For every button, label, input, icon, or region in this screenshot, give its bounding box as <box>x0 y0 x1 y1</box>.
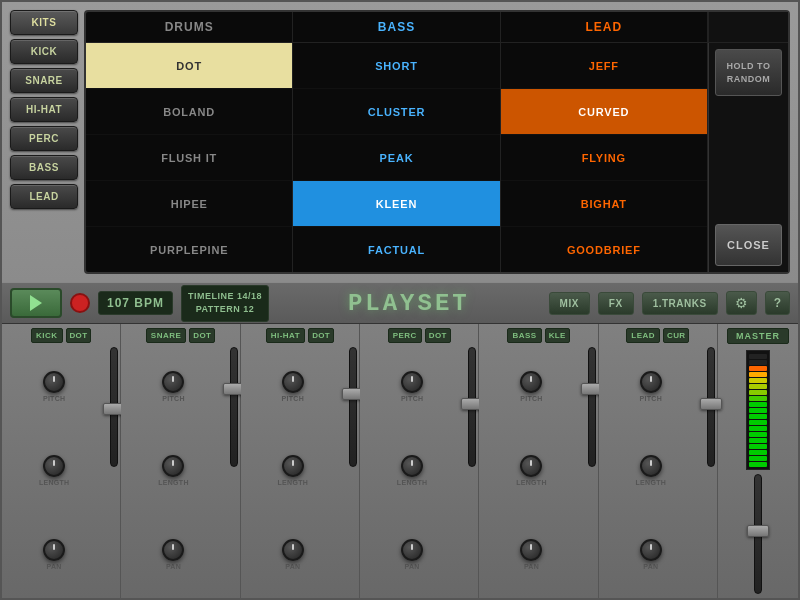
knob-pitch-2[interactable] <box>282 371 304 393</box>
knob-pan-2[interactable] <box>282 539 304 561</box>
knob-pan-1[interactable] <box>162 539 184 561</box>
channel-strip-kick: KICKDOTPITCHLENGTHPAN <box>2 324 121 598</box>
vu-bar-15 <box>749 372 767 377</box>
fader-area-5: PITCHLENGTHPAN <box>601 347 715 594</box>
master-fader-thumb[interactable] <box>747 525 769 537</box>
channel-strip-bass: BASSKLEPITCHLENGTHPAN <box>479 324 598 598</box>
knob-label-pan-1: PAN <box>166 563 181 570</box>
vu-meter <box>746 350 770 470</box>
sidebar-btn-kick[interactable]: KICK <box>10 39 78 64</box>
knob-label-pan-4: PAN <box>524 563 539 570</box>
preset-item-boland[interactable]: BOLAND <box>86 89 292 135</box>
sidebar-btn-kits[interactable]: KITS <box>10 10 78 35</box>
preset-item-jeff[interactable]: JEFF <box>501 43 707 89</box>
knob-length-2[interactable] <box>282 455 304 477</box>
timeline-text: TIMELINE 14/18 <box>188 290 262 304</box>
channel-preset-4: KLE <box>545 328 570 343</box>
knob-label-length-4: LENGTH <box>516 479 547 486</box>
help-button[interactable]: ? <box>765 291 790 315</box>
preset-item-hipee[interactable]: HIPEE <box>86 181 292 227</box>
timeline-display: TIMELINE 14/18 PATTERN 12 <box>181 285 269 322</box>
channel-strip-lead: LEADCURPITCHLENGTHPAN <box>599 324 718 598</box>
channel-header-3: PERCDOT <box>388 328 451 343</box>
master-fader-area <box>754 474 762 594</box>
knob-col-2: PITCHLENGTHPAN <box>243 347 343 594</box>
knob-length-4[interactable] <box>520 455 542 477</box>
preset-item-bighat[interactable]: BIGHAT <box>501 181 707 227</box>
channel-preset-1: DOT <box>189 328 215 343</box>
record-button[interactable] <box>70 293 90 313</box>
sidebar-btn-snare[interactable]: SNARE <box>10 68 78 93</box>
fader-track-5 <box>707 347 715 467</box>
preset-item-peak[interactable]: PEAK <box>293 135 499 181</box>
knob-pitch-5[interactable] <box>640 371 662 393</box>
preset-header: DRUMS BASS LEAD <box>86 12 788 43</box>
knob-length-5[interactable] <box>640 455 662 477</box>
preset-item-flushit[interactable]: FLUSH IT <box>86 135 292 181</box>
knob-pitch-3[interactable] <box>401 371 423 393</box>
preset-item-dot[interactable]: DOT <box>86 43 292 89</box>
channel-label-4: BASS <box>507 328 541 343</box>
channel-header-2: HI-HATDOT <box>266 328 334 343</box>
vu-bar-17 <box>749 360 767 365</box>
right-panel-spacer <box>708 12 788 42</box>
vu-bar-14 <box>749 378 767 383</box>
fx-button[interactable]: FX <box>598 292 634 315</box>
col-header-lead: LEAD <box>501 12 708 42</box>
channel-label-1: SNARE <box>146 328 187 343</box>
preset-item-purplepine[interactable]: PURPLEPINE <box>86 227 292 272</box>
pattern-text: PATTERN 12 <box>188 303 262 317</box>
close-button[interactable]: CLOSE <box>715 224 782 266</box>
fader-thumb-5[interactable] <box>700 398 722 410</box>
transport-bar: 107 BPM TIMELINE 14/18 PATTERN 12 PLAYSE… <box>2 282 798 324</box>
sidebar-btn-perc[interactable]: PERC <box>10 126 78 151</box>
vu-bar-11 <box>749 396 767 401</box>
knob-pitch-0[interactable] <box>43 371 65 393</box>
channel-preset-5: CUR <box>663 328 689 343</box>
channel-strip-snare: SNAREDOTPITCHLENGTHPAN <box>121 324 240 598</box>
hold-random-button[interactable]: HOLD TORANDOM <box>715 49 782 96</box>
preset-panel: DRUMS BASS LEAD DOT BOLAND FLUSH IT HIPE… <box>84 10 790 274</box>
knob-label-pitch-0: PITCH <box>43 395 66 402</box>
preset-item-kleen[interactable]: KLEEN <box>293 181 499 227</box>
preset-item-short[interactable]: SHORT <box>293 43 499 89</box>
channel-label-0: KICK <box>31 328 63 343</box>
preset-item-curved[interactable]: CURVED <box>501 89 707 135</box>
channel-strip-perc: PERCDOTPITCHLENGTHPAN <box>360 324 479 598</box>
play-button[interactable] <box>10 288 62 318</box>
knob-pitch-4[interactable] <box>520 371 542 393</box>
mix-button[interactable]: MIX <box>549 292 590 315</box>
preset-item-cluster[interactable]: CLUSTER <box>293 89 499 135</box>
knob-pan-0[interactable] <box>43 539 65 561</box>
vu-bar-1 <box>749 456 767 461</box>
preset-item-flying[interactable]: FLYING <box>501 135 707 181</box>
knob-label-pitch-3: PITCH <box>401 395 424 402</box>
sidebar-btn-lead[interactable]: LEAD <box>10 184 78 209</box>
channel-header-0: KICKDOT <box>31 328 91 343</box>
bpm-display[interactable]: 107 BPM <box>98 291 173 315</box>
knob-label-length-2: LENGTH <box>278 479 309 486</box>
knob-pan-3[interactable] <box>401 539 423 561</box>
tracks-button[interactable]: 1.TRANKS <box>642 292 718 315</box>
knob-length-1[interactable] <box>162 455 184 477</box>
app-container: KITS KICK SNARE HI-HAT PERC BASS LEAD DR… <box>0 0 800 600</box>
knob-length-3[interactable] <box>401 455 423 477</box>
preset-item-factual[interactable]: FACTUAL <box>293 227 499 272</box>
preset-item-goodbrief[interactable]: GOODBRIEF <box>501 227 707 272</box>
vu-bar-3 <box>749 444 767 449</box>
fader-track-2 <box>349 347 357 467</box>
vu-bar-8 <box>749 414 767 419</box>
sidebar-btn-bass[interactable]: BASS <box>10 155 78 180</box>
knob-pitch-1[interactable] <box>162 371 184 393</box>
knob-pan-5[interactable] <box>640 539 662 561</box>
fader-track-3 <box>468 347 476 467</box>
knob-pan-4[interactable] <box>520 539 542 561</box>
channel-preset-3: DOT <box>425 328 451 343</box>
sidebar-btn-hihat[interactable]: HI-HAT <box>10 97 78 122</box>
fader-area-4: PITCHLENGTHPAN <box>481 347 595 594</box>
settings-button[interactable]: ⚙ <box>726 291 757 315</box>
knob-col-5: PITCHLENGTHPAN <box>601 347 701 594</box>
knob-length-0[interactable] <box>43 455 65 477</box>
knob-label-pan-2: PAN <box>285 563 300 570</box>
knob-label-length-1: LENGTH <box>158 479 189 486</box>
